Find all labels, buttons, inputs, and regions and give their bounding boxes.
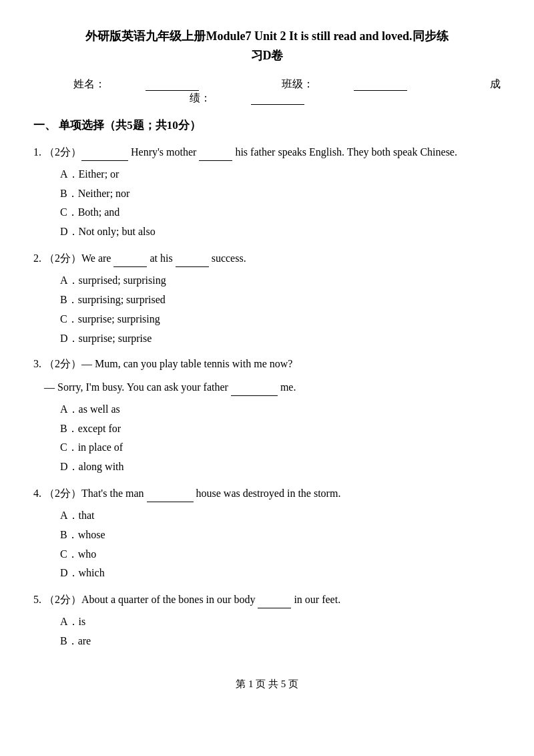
section1-title: 一、 单项选择（共5题；共10分） bbox=[33, 118, 501, 133]
option-2b: B．surprising; surprised bbox=[60, 291, 501, 310]
question-3: 3.（2分）— Mum, can you play table tennis w… bbox=[33, 355, 501, 477]
question-1-text: 1.（2分） Henry's mother his father speaks … bbox=[33, 142, 501, 161]
question-2: 2.（2分）We are at his success. A．surprised… bbox=[33, 248, 501, 348]
question-5-options: A．is B．are bbox=[60, 612, 501, 651]
option-4a: A．that bbox=[60, 506, 501, 526]
class-field: 班级： bbox=[262, 78, 430, 89]
question-5-text: 5.（2分）About a quarter of the bones in ou… bbox=[33, 590, 501, 608]
option-4d: D．which bbox=[60, 564, 501, 583]
question-4: 4.（2分）That's the man house was destroyed… bbox=[33, 484, 501, 583]
option-3a: A．as well as bbox=[60, 400, 501, 419]
option-4c: C．who bbox=[60, 545, 501, 564]
option-1d: D．Not only; but also bbox=[60, 222, 501, 242]
question-3-continuation: — Sorry, I'm busy. You can ask your fath… bbox=[33, 377, 501, 396]
option-1b: B．Neither; nor bbox=[60, 184, 501, 204]
question-1: 1.（2分） Henry's mother his father speaks … bbox=[33, 142, 501, 242]
question-5: 5.（2分）About a quarter of the bones in ou… bbox=[33, 590, 501, 651]
option-1c: C．Both; and bbox=[60, 203, 501, 222]
page-footer: 第 1 页 共 5 页 bbox=[33, 678, 501, 691]
option-5b: B．are bbox=[60, 632, 501, 651]
option-2c: C．surprise; surprising bbox=[60, 310, 501, 329]
question-1-options: A．Either; or B．Neither; nor C．Both; and … bbox=[60, 165, 501, 242]
option-2a: A．surprised; surprising bbox=[60, 271, 501, 291]
question-2-options: A．surprised; surprising B．surprising; su… bbox=[60, 271, 501, 348]
option-3b: B．except for bbox=[60, 419, 501, 439]
question-3-options: A．as well as B．except for C．in place of … bbox=[60, 400, 501, 477]
question-3-text: 3.（2分）— Mum, can you play table tennis w… bbox=[33, 355, 501, 373]
option-3c: C．in place of bbox=[60, 438, 501, 457]
option-3d: D．along with bbox=[60, 457, 501, 477]
page-title: 外研版英语九年级上册Module7 Unit 2 It is still rea… bbox=[33, 27, 501, 65]
info-row: 姓名： 班级： 成绩： bbox=[33, 77, 501, 106]
option-5a: A．is bbox=[60, 612, 501, 632]
option-1a: A．Either; or bbox=[60, 165, 501, 184]
question-4-text: 4.（2分）That's the man house was destroyed… bbox=[33, 484, 501, 502]
question-2-text: 2.（2分）We are at his success. bbox=[33, 248, 501, 267]
option-4b: B．whose bbox=[60, 526, 501, 545]
question-4-options: A．that B．whose C．who D．which bbox=[60, 506, 501, 583]
name-field: 姓名： bbox=[53, 78, 222, 89]
option-2d: D．surprise; surprise bbox=[60, 329, 501, 349]
